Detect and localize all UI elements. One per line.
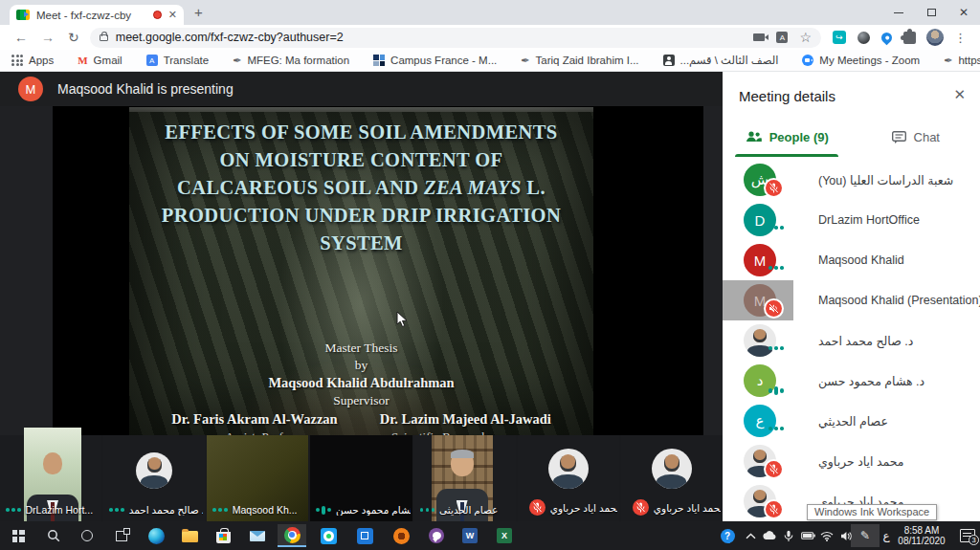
folder-icon <box>182 531 198 542</box>
chrome-icon <box>284 527 301 543</box>
file-explorer-button[interactable] <box>175 524 204 547</box>
forward-button[interactable]: → <box>41 30 55 45</box>
tile-name: د. هشام محمود حسن <box>336 504 411 516</box>
participant-row-you[interactable]: ش شعبة الدراسات العليا (You) <box>723 160 980 200</box>
browser-tab[interactable]: Meet - fxf-czwz-cby ✕ <box>10 5 184 25</box>
people-icon <box>746 131 762 143</box>
translate-page-icon[interactable]: A <box>776 32 788 43</box>
bookmark-translate[interactable]: ATranslate <box>146 55 210 66</box>
participant-row-mohammed-1[interactable]: محمد اياد حرباوي <box>723 441 980 481</box>
participant-row-drlazim[interactable]: D DrLazim HortOffice <box>723 200 980 240</box>
maximize-button[interactable] <box>915 0 947 25</box>
speaking-indicator-icon <box>316 506 331 515</box>
presentation-slide: EFFECTS OF SOME SOIL AMENDMENTS ON MOIST… <box>129 107 593 435</box>
participant-name: د. هشام محمود حسن <box>818 374 924 388</box>
participant-name: شعبة الدراسات العليا (You) <box>818 173 953 187</box>
back-button[interactable]: ← <box>14 30 28 45</box>
url-text[interactable]: meet.google.com/fxf-czwz-cby?authuser=2 <box>116 31 743 44</box>
close-window-button[interactable]: ✕ <box>947 0 980 25</box>
browser-menu-icon[interactable]: ⋮ <box>954 31 967 45</box>
task-view-button[interactable] <box>107 524 136 547</box>
video-tile-maqsood[interactable]: Maqsood Kh... <box>207 435 308 521</box>
meet-favicon-icon <box>16 10 30 20</box>
browser-window: Meet - fxf-czwz-cby ✕ + ✕ ← → ↻ meet.goo… <box>0 0 980 550</box>
participant-row-maqsood[interactable]: M Maqsood Khalid <box>723 240 980 280</box>
participant-row-essam[interactable]: ع عصام الحديثي <box>723 401 980 441</box>
mail-button[interactable] <box>243 524 272 547</box>
orange-app-button[interactable] <box>387 524 415 547</box>
audio-dots-icon <box>109 508 124 512</box>
tile-name: DrLazim Hort... <box>26 504 94 516</box>
word-button[interactable]: W <box>456 524 484 547</box>
address-bar[interactable]: meet.google.com/fxf-czwz-cby?authuser=2 … <box>90 28 821 48</box>
extensions-puzzle-icon[interactable] <box>903 32 916 44</box>
tab-people[interactable]: People (9) <box>723 121 852 152</box>
extension-pin-icon[interactable] <box>881 33 892 43</box>
video-tile-drlazim[interactable]: DrLazim Hort... <box>0 435 101 521</box>
edge-button[interactable] <box>142 524 170 547</box>
store-bag-icon <box>216 532 231 543</box>
gmail-icon: M <box>78 55 87 66</box>
new-tab-button[interactable]: + <box>194 4 203 20</box>
bookmark-sesame[interactable]: ✒https://sesame.univ... <box>944 55 980 67</box>
tab-close-icon[interactable]: ✕ <box>168 10 177 20</box>
meet-page: M Maqsood Khalid is presenting EFFECTS O… <box>0 72 980 521</box>
participant-row-saleh[interactable]: د. صالح محمد احمد <box>723 320 980 361</box>
video-tile-essam[interactable]: عصام الحديثي <box>414 435 516 521</box>
presenting-banner: M Maqsood Khalid is presenting <box>0 72 723 106</box>
video-tile-hisham[interactable]: د. هشام محمود حسن <box>310 435 412 521</box>
secure-lock-icon <box>100 34 108 41</box>
microsoft-store-button[interactable] <box>209 524 237 547</box>
presentation-stage: EFFECTS OF SOME SOIL AMENDMENTS ON MOIST… <box>0 106 723 435</box>
bookmark-mfeg[interactable]: ✒MFEG: Ma formation <box>233 55 349 67</box>
bookmark-tariq[interactable]: ✒Tariq Zaid Ibrahim I... <box>521 55 638 67</box>
participant-row-maqsood-presentation[interactable]: M Maqsood Khalid (Presentation) <box>723 280 980 320</box>
reload-button[interactable]: ↻ <box>68 30 79 45</box>
cortana-icon <box>81 530 93 541</box>
participant-photo-avatar <box>136 452 172 489</box>
participant-name: DrLazim HortOffice <box>818 213 920 227</box>
start-button[interactable] <box>4 524 33 547</box>
bookmark-campus-france[interactable]: Campus France - M... <box>373 55 497 66</box>
extension-orb-icon[interactable] <box>858 32 870 44</box>
speaking-indicator-icon <box>768 386 784 395</box>
tile-name: Maqsood Kh... <box>233 504 298 516</box>
slide-title: EFFECTS OF SOME SOIL AMENDMENTS ON MOIST… <box>129 119 593 257</box>
minimize-button[interactable] <box>882 0 915 25</box>
orange-app-icon <box>393 528 410 544</box>
microphone-icon <box>784 530 793 542</box>
video-tile-mohammed-1[interactable]: محمد اياد حرباوي <box>518 435 619 521</box>
video-tile-saleh[interactable]: د. صالح محمد احمد <box>103 435 205 521</box>
profile-avatar[interactable] <box>926 29 944 46</box>
panel-close-icon[interactable]: ✕ <box>953 86 966 103</box>
viber-button[interactable] <box>422 524 451 547</box>
excel-button[interactable]: X <box>490 524 519 547</box>
blue-tile-app-icon <box>357 528 373 544</box>
participant-photo-avatar <box>548 449 589 489</box>
action-center-button[interactable]: 3 <box>953 524 980 547</box>
audio-dots-icon <box>420 508 435 512</box>
extension-teal-icon[interactable]: ↪ <box>833 31 846 44</box>
blue-tile-app-button[interactable] <box>350 524 379 547</box>
bookmark-star-icon[interactable]: ☆ <box>799 31 812 44</box>
participant-name: عصام الحديثي <box>818 414 888 429</box>
video-tile-mohammed-2[interactable]: محمد اياد حرباوي <box>621 435 723 521</box>
taskbar-clock[interactable]: 8:58 AM 08/11/2020 <box>892 524 951 547</box>
bookmark-zoom-meetings[interactable]: My Meetings - Zoom <box>802 55 920 66</box>
participant-row-hisham[interactable]: د د. هشام محمود حسن <box>723 361 980 401</box>
tab-camera-icon[interactable] <box>753 33 765 41</box>
taskbar-search-button[interactable] <box>39 524 68 547</box>
bookmark-gmail[interactable]: MGmail <box>78 55 122 66</box>
whatsapp-button[interactable] <box>314 524 343 547</box>
tab-chat[interactable]: Chat <box>852 121 980 152</box>
apps-grid-icon <box>11 55 23 66</box>
browser-titlebar: Meet - fxf-czwz-cby ✕ + ✕ <box>0 0 980 25</box>
bookmark-arabic-class[interactable]: الصف الثالث \ قسم... <box>663 54 779 67</box>
tab-title: Meet - fxf-czwz-cby <box>36 10 149 21</box>
windows-ink-tooltip: Windows Ink Workspace <box>807 504 937 520</box>
zoom-icon <box>802 55 813 66</box>
cortana-button[interactable] <box>73 524 101 547</box>
bookmark-apps[interactable]: Apps <box>11 55 54 66</box>
chrome-button[interactable] <box>278 524 306 547</box>
mic-off-icon <box>633 499 649 516</box>
